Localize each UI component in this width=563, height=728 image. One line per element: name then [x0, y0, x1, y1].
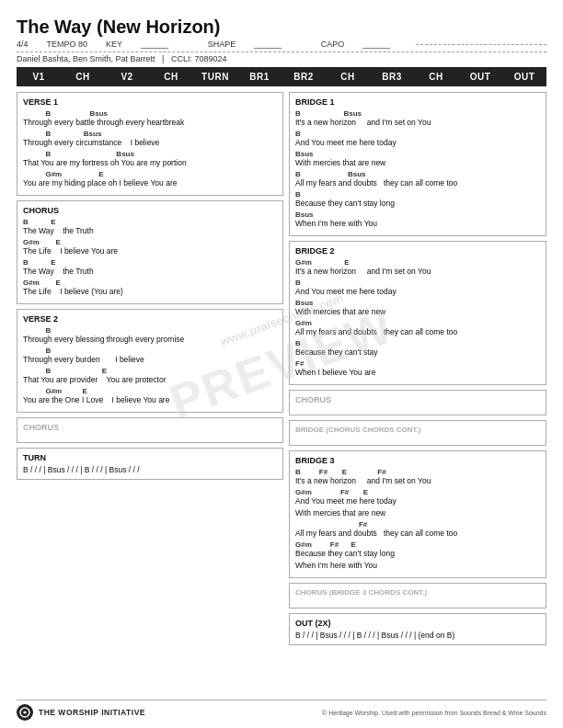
bar-v1[interactable]: V1 — [17, 70, 61, 84]
v2-line4: G#m E You are the One I Love I believe Y… — [23, 387, 277, 404]
br2-line6: F# When I believe You are — [295, 359, 540, 377]
ch-line4: G#m E The Life I believe (You are) — [23, 279, 277, 296]
song-title: The Way (New Horizon) — [17, 17, 546, 38]
turn-label: TURN — [23, 453, 277, 462]
bar-ch2[interactable]: CH — [149, 70, 193, 84]
bar-ch4[interactable]: CH — [414, 70, 458, 84]
br2-line3: Bsus With mercies that are new — [295, 299, 540, 316]
bridge3-label: BRIDGE 3 — [295, 456, 540, 465]
v1-line3: B Bsus That You are my fortress oh You a… — [23, 150, 277, 167]
footer-logo — [17, 704, 33, 721]
bridge3-box: BRIDGE 3 B F# E F# It's a new horizon an… — [289, 450, 546, 578]
time-sig: 4/4 — [17, 40, 29, 49]
v2-line2: B Through every burden I believe — [23, 347, 277, 364]
v1-line2: B Bsus Through every circumstance I beli… — [23, 130, 277, 147]
out-line: B / / / | Bsus / / / | B / / / | Bsus / … — [295, 631, 540, 640]
worship-icon — [19, 707, 30, 718]
chorus4-box: CHORUS (bridge 3 chords cont.) — [289, 583, 546, 609]
br2-line4: G#m All my fears and doubts they can all… — [295, 319, 540, 336]
ccli-label: CCLI: — [171, 54, 192, 63]
chorus2-label: CHORUS — [23, 423, 277, 432]
br2-line2: B And You meet me here today — [295, 279, 540, 296]
chorus3-box: CHORUS — [289, 390, 546, 415]
br2-line1: G#m E It's a new horizon and I'm set on … — [295, 258, 540, 276]
section-bar: V1 CH V2 CH TURN BR1 BR2 CH BR3 CH OUT O… — [17, 67, 546, 86]
v1-line1: B Bsus Through every battle through ever… — [23, 109, 277, 127]
br3-line5: G#m F# E Because they can't stay long — [295, 540, 540, 558]
key-value: ______ — [141, 40, 168, 49]
br1-line2: B And You meet me here today — [295, 130, 540, 147]
bar-out2[interactable]: OUT — [502, 70, 546, 84]
shape-label: SHAPE — [208, 40, 236, 49]
bridge2-label: BRIDGE 2 — [295, 246, 540, 256]
verse2-label: VERSE 2 — [23, 314, 277, 324]
br2-line5: B Because they can't stay — [295, 339, 540, 357]
verse2-box: VERSE 2 B Through every blessing through… — [17, 309, 283, 413]
verse1-box: VERSE 1 B Bsus Through every battle thro… — [17, 92, 283, 196]
chorus-box: CHORUS B E The Way the Truth G#m E The L… — [17, 200, 283, 304]
footer-org-name: THE WORSHIP INITIATIVE — [39, 708, 145, 717]
capo-label: CAPO — [321, 40, 345, 49]
capo-value: ______ — [362, 40, 390, 49]
bridge1-box: BRIDGE 1 B Bsus It's a new horizon and I… — [289, 92, 546, 236]
ch-line1: B E The Way the Truth — [23, 218, 277, 235]
bar-br1[interactable]: BR1 — [237, 70, 282, 84]
br3-line6: When I'm here with You — [295, 561, 540, 570]
bar-br3[interactable]: BR3 — [370, 70, 414, 84]
tempo-label: TEMPO 80 — [47, 40, 88, 49]
bar-out1[interactable]: OUT — [458, 70, 502, 84]
br1-line6: Bsus When I'm here with You — [295, 210, 540, 228]
bar-turn[interactable]: TURN — [193, 70, 237, 84]
br3-line3: With mercies that are new — [295, 508, 540, 518]
out-label: OUT (2X) — [295, 619, 540, 628]
br1-line1: B Bsus It's a new horizon and I'm set on… — [295, 109, 540, 127]
verse1-label: VERSE 1 — [23, 97, 277, 107]
shape-value: ______ — [254, 40, 282, 49]
v2-line1: B Through every blessing through every p… — [23, 326, 277, 344]
br1-line3: Bsus With mercies that are new — [295, 150, 540, 167]
br3-line1: B F# E F# It's a new horizon and I'm set… — [295, 468, 540, 485]
main-content: VERSE 1 B Bsus Through every battle thro… — [17, 92, 546, 645]
bar-v2[interactable]: V2 — [105, 70, 149, 84]
footer: THE WORSHIP INITIATIVE © Heritage Worshi… — [17, 700, 546, 721]
key-label: KEY — [106, 40, 122, 49]
bridge-chorus-cont-label: BRIDGE (chorus chords cont.) — [295, 426, 540, 434]
chorus2-box: CHORUS — [17, 417, 283, 443]
br3-line2: G#m F# E And You meet me here today — [295, 488, 540, 506]
turn-line: B / / / | Bsus / / / | B / / / | Bsus / … — [23, 465, 277, 474]
bar-ch3[interactable]: CH — [326, 70, 370, 84]
chorus4-label: CHORUS (bridge 3 chords cont.) — [295, 588, 540, 597]
bridge2-box: BRIDGE 2 G#m E It's a new horizon and I'… — [289, 241, 546, 385]
v2-line3: B E That You are provider You are protec… — [23, 367, 277, 384]
br1-line5: B Because they can't stay long — [295, 190, 540, 208]
br3-line4: F# All my fears and doubts they can all … — [295, 520, 540, 538]
col-right: BRIDGE 1 B Bsus It's a new horizon and I… — [289, 92, 546, 645]
bridge-chorus-cont-box: BRIDGE (chorus chords cont.) — [289, 420, 546, 446]
bridge1-label: BRIDGE 1 — [295, 97, 540, 107]
authors-line: Daniel Bashta, Ben Smith, Pat Barrett | … — [17, 54, 546, 63]
bar-ch1[interactable]: CH — [61, 70, 105, 84]
br1-line4: B Bsus All my fears and doubts they can … — [295, 170, 540, 188]
footer-copyright: © Heritage Worship. Used with permission… — [322, 710, 546, 716]
col-left: VERSE 1 B Bsus Through every battle thro… — [17, 92, 283, 645]
chorus-label: CHORUS — [23, 206, 277, 215]
out-box: OUT (2X) B / / / | Bsus / / / | B / / / … — [289, 613, 546, 645]
turn-box: TURN B / / / | Bsus / / / | B / / / | Bs… — [17, 448, 283, 480]
authors: Daniel Bashta, Ben Smith, Pat Barrett — [17, 54, 155, 63]
ch-line2: G#m E The Life I believe You are — [23, 238, 277, 256]
chorus3-label: CHORUS — [295, 395, 540, 404]
header-meta: 4/4 TEMPO 80 KEY ______ SHAPE ______ CAP… — [17, 40, 546, 52]
v1-line4: G#m E You are my hiding place oh I belie… — [23, 170, 277, 188]
page: The Way (New Horizon) 4/4 TEMPO 80 KEY _… — [0, 0, 563, 728]
ch-line3: B E The Way the Truth — [23, 258, 277, 276]
ccli-number: 7089024 — [194, 54, 226, 63]
bar-br2[interactable]: BR2 — [282, 70, 326, 84]
